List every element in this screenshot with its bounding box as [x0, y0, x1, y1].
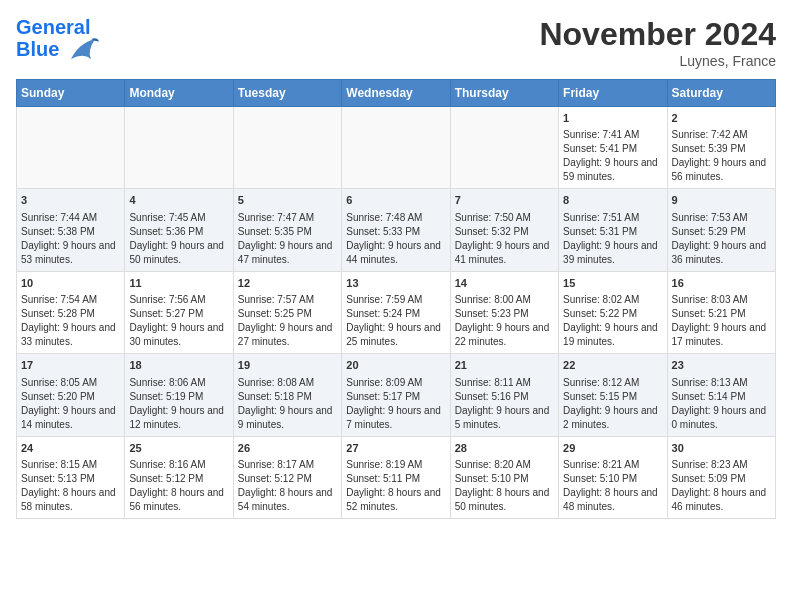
day-number: 23: [672, 358, 771, 373]
day-info: Daylight: 8 hours and 48 minutes.: [563, 486, 662, 514]
day-info: Sunrise: 8:05 AM: [21, 376, 120, 390]
day-info: Sunrise: 8:03 AM: [672, 293, 771, 307]
day-number: 7: [455, 193, 554, 208]
day-info: Daylight: 9 hours and 19 minutes.: [563, 321, 662, 349]
day-cell: 2Sunrise: 7:42 AMSunset: 5:39 PMDaylight…: [667, 107, 775, 189]
day-info: Sunset: 5:33 PM: [346, 225, 445, 239]
day-cell: 21Sunrise: 8:11 AMSunset: 5:16 PMDayligh…: [450, 354, 558, 436]
day-cell: 27Sunrise: 8:19 AMSunset: 5:11 PMDayligh…: [342, 436, 450, 518]
day-info: Daylight: 9 hours and 5 minutes.: [455, 404, 554, 432]
day-cell: 30Sunrise: 8:23 AMSunset: 5:09 PMDayligh…: [667, 436, 775, 518]
day-info: Sunrise: 7:53 AM: [672, 211, 771, 225]
day-number: 8: [563, 193, 662, 208]
day-info: Sunrise: 8:09 AM: [346, 376, 445, 390]
column-header-tuesday: Tuesday: [233, 80, 341, 107]
day-info: Sunrise: 8:17 AM: [238, 458, 337, 472]
day-info: Sunrise: 7:56 AM: [129, 293, 228, 307]
day-cell: 29Sunrise: 8:21 AMSunset: 5:10 PMDayligh…: [559, 436, 667, 518]
day-info: Sunset: 5:38 PM: [21, 225, 120, 239]
day-info: Sunrise: 7:44 AM: [21, 211, 120, 225]
day-info: Daylight: 9 hours and 44 minutes.: [346, 239, 445, 267]
month-title: November 2024: [539, 16, 776, 53]
day-number: 27: [346, 441, 445, 456]
calendar-table: SundayMondayTuesdayWednesdayThursdayFrid…: [16, 79, 776, 519]
logo: General Blue: [16, 16, 99, 63]
day-info: Sunrise: 7:42 AM: [672, 128, 771, 142]
day-number: 30: [672, 441, 771, 456]
day-number: 17: [21, 358, 120, 373]
day-cell: 9Sunrise: 7:53 AMSunset: 5:29 PMDaylight…: [667, 189, 775, 271]
day-info: Daylight: 9 hours and 47 minutes.: [238, 239, 337, 267]
day-info: Sunrise: 8:20 AM: [455, 458, 554, 472]
day-cell: 17Sunrise: 8:05 AMSunset: 5:20 PMDayligh…: [17, 354, 125, 436]
day-number: 14: [455, 276, 554, 291]
day-info: Daylight: 9 hours and 9 minutes.: [238, 404, 337, 432]
day-info: Daylight: 9 hours and 17 minutes.: [672, 321, 771, 349]
day-info: Sunrise: 8:00 AM: [455, 293, 554, 307]
day-cell: 23Sunrise: 8:13 AMSunset: 5:14 PMDayligh…: [667, 354, 775, 436]
day-number: 4: [129, 193, 228, 208]
day-info: Sunrise: 8:23 AM: [672, 458, 771, 472]
day-info: Daylight: 9 hours and 56 minutes.: [672, 156, 771, 184]
day-number: 16: [672, 276, 771, 291]
day-info: Sunrise: 8:21 AM: [563, 458, 662, 472]
day-number: 28: [455, 441, 554, 456]
day-number: 3: [21, 193, 120, 208]
day-info: Sunrise: 8:19 AM: [346, 458, 445, 472]
day-cell: 6Sunrise: 7:48 AMSunset: 5:33 PMDaylight…: [342, 189, 450, 271]
day-cell: 4Sunrise: 7:45 AMSunset: 5:36 PMDaylight…: [125, 189, 233, 271]
day-info: Sunset: 5:11 PM: [346, 472, 445, 486]
day-number: 13: [346, 276, 445, 291]
logo-text2: Blue: [16, 38, 99, 63]
day-info: Sunset: 5:10 PM: [563, 472, 662, 486]
day-info: Daylight: 8 hours and 58 minutes.: [21, 486, 120, 514]
day-info: Sunset: 5:15 PM: [563, 390, 662, 404]
day-number: 12: [238, 276, 337, 291]
column-header-saturday: Saturday: [667, 80, 775, 107]
day-number: 5: [238, 193, 337, 208]
day-info: Sunset: 5:39 PM: [672, 142, 771, 156]
day-cell: 10Sunrise: 7:54 AMSunset: 5:28 PMDayligh…: [17, 271, 125, 353]
day-info: Sunrise: 7:48 AM: [346, 211, 445, 225]
day-info: Daylight: 8 hours and 52 minutes.: [346, 486, 445, 514]
page-header: General Blue November 2024 Luynes, Franc…: [16, 16, 776, 69]
day-cell: 14Sunrise: 8:00 AMSunset: 5:23 PMDayligh…: [450, 271, 558, 353]
day-info: Sunrise: 8:12 AM: [563, 376, 662, 390]
day-cell: 7Sunrise: 7:50 AMSunset: 5:32 PMDaylight…: [450, 189, 558, 271]
day-cell: 26Sunrise: 8:17 AMSunset: 5:12 PMDayligh…: [233, 436, 341, 518]
day-info: Daylight: 9 hours and 39 minutes.: [563, 239, 662, 267]
day-info: Sunset: 5:31 PM: [563, 225, 662, 239]
column-header-sunday: Sunday: [17, 80, 125, 107]
column-header-friday: Friday: [559, 80, 667, 107]
day-info: Sunrise: 8:16 AM: [129, 458, 228, 472]
day-info: Sunset: 5:09 PM: [672, 472, 771, 486]
column-header-wednesday: Wednesday: [342, 80, 450, 107]
day-number: 11: [129, 276, 228, 291]
week-row-3: 10Sunrise: 7:54 AMSunset: 5:28 PMDayligh…: [17, 271, 776, 353]
day-info: Sunrise: 7:54 AM: [21, 293, 120, 307]
day-info: Sunset: 5:28 PM: [21, 307, 120, 321]
day-info: Daylight: 9 hours and 50 minutes.: [129, 239, 228, 267]
day-info: Daylight: 9 hours and 33 minutes.: [21, 321, 120, 349]
day-info: Sunrise: 7:57 AM: [238, 293, 337, 307]
day-info: Daylight: 9 hours and 53 minutes.: [21, 239, 120, 267]
day-number: 10: [21, 276, 120, 291]
day-info: Sunset: 5:10 PM: [455, 472, 554, 486]
day-cell: [450, 107, 558, 189]
day-info: Sunrise: 8:13 AM: [672, 376, 771, 390]
day-info: Sunset: 5:27 PM: [129, 307, 228, 321]
day-cell: 28Sunrise: 8:20 AMSunset: 5:10 PMDayligh…: [450, 436, 558, 518]
day-cell: [17, 107, 125, 189]
day-number: 29: [563, 441, 662, 456]
day-cell: [233, 107, 341, 189]
day-info: Sunrise: 8:08 AM: [238, 376, 337, 390]
calendar-body: 1Sunrise: 7:41 AMSunset: 5:41 PMDaylight…: [17, 107, 776, 519]
day-cell: 22Sunrise: 8:12 AMSunset: 5:15 PMDayligh…: [559, 354, 667, 436]
day-cell: 18Sunrise: 8:06 AMSunset: 5:19 PMDayligh…: [125, 354, 233, 436]
column-header-thursday: Thursday: [450, 80, 558, 107]
day-info: Sunrise: 7:47 AM: [238, 211, 337, 225]
day-number: 26: [238, 441, 337, 456]
day-cell: 16Sunrise: 8:03 AMSunset: 5:21 PMDayligh…: [667, 271, 775, 353]
day-cell: 11Sunrise: 7:56 AMSunset: 5:27 PMDayligh…: [125, 271, 233, 353]
week-row-4: 17Sunrise: 8:05 AMSunset: 5:20 PMDayligh…: [17, 354, 776, 436]
